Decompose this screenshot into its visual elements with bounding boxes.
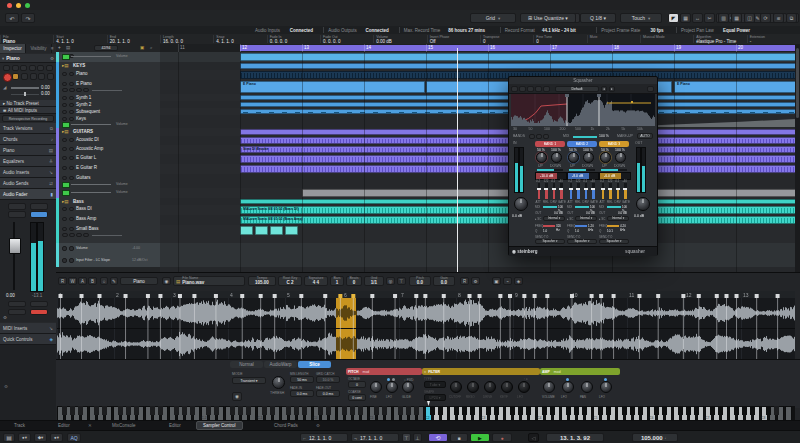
pre-gain-button[interactable] bbox=[8, 301, 26, 307]
mute-button[interactable] bbox=[62, 117, 67, 122]
record-button[interactable]: ● bbox=[492, 433, 512, 442]
tempo-display[interactable]: 105.000 ♩ bbox=[632, 433, 678, 442]
bottom-tab-mixconsole[interactable]: MixConsole bbox=[106, 421, 142, 430]
band-vslider[interactable] bbox=[624, 183, 627, 199]
preset-selector[interactable]: Default bbox=[555, 86, 599, 92]
track-row-e-piano[interactable]: E Piano bbox=[56, 80, 160, 95]
black-key[interactable] bbox=[342, 406, 347, 415]
file-name-field[interactable]: ▤File NamePiano.wav bbox=[173, 276, 245, 286]
black-key[interactable] bbox=[774, 406, 779, 415]
track-mini-button[interactable] bbox=[69, 88, 75, 92]
sidechain-input-dropdown[interactable]: Internal ▾ bbox=[607, 216, 629, 222]
solo-button[interactable] bbox=[30, 203, 48, 210]
mute-button[interactable] bbox=[62, 217, 67, 222]
bottom-tab-editor[interactable]: Editor bbox=[52, 421, 76, 430]
band-header[interactable]: BAND 1 bbox=[535, 141, 565, 147]
bottom-tab-editor[interactable]: Editor bbox=[163, 421, 187, 430]
info-column-value[interactable]: élastique Pro - Time bbox=[696, 39, 736, 44]
redo-button[interactable]: ↷ bbox=[21, 13, 35, 23]
add-track-button[interactable]: + bbox=[58, 45, 61, 50]
event-e-piano[interactable]: E Piano bbox=[240, 81, 425, 94]
pitch-mod-tag[interactable]: mod bbox=[363, 370, 370, 374]
band-vslider[interactable] bbox=[570, 183, 573, 199]
track-preset-row[interactable]: ▸ No Track Preset bbox=[0, 100, 56, 107]
black-key[interactable] bbox=[118, 406, 123, 415]
tabs-settings-icon[interactable]: ⚙ bbox=[316, 423, 320, 428]
store-preset-icon[interactable] bbox=[647, 86, 654, 92]
sampler-b-button[interactable]: B bbox=[88, 277, 97, 285]
black-key[interactable] bbox=[454, 406, 459, 415]
meter-button[interactable] bbox=[62, 54, 70, 60]
info-column-value[interactable]: 0.00 dB bbox=[376, 39, 392, 44]
black-key[interactable] bbox=[302, 406, 307, 415]
black-key[interactable] bbox=[550, 406, 555, 415]
amp-lfo-knob-1[interactable] bbox=[562, 381, 574, 393]
lane-read-button[interactable] bbox=[62, 246, 67, 251]
sample-waveform-display[interactable] bbox=[57, 291, 795, 359]
black-key[interactable] bbox=[662, 406, 667, 415]
settings-icon[interactable]: ⚙ bbox=[471, 277, 480, 285]
info-column-value[interactable]: 4. 1. 1. 0 bbox=[56, 39, 74, 44]
pitch-octave[interactable]: 0 bbox=[348, 381, 366, 388]
band-vslider[interactable] bbox=[553, 183, 556, 199]
white-key[interactable] bbox=[785, 406, 792, 421]
black-key[interactable] bbox=[126, 406, 131, 415]
band-vslider[interactable] bbox=[538, 183, 541, 199]
mute-button[interactable] bbox=[62, 156, 67, 161]
pre-roll-icon[interactable]: ◁ bbox=[528, 433, 539, 442]
track-row-keys[interactable]: KeysVolume bbox=[56, 115, 160, 129]
event-clip[interactable] bbox=[270, 226, 283, 235]
reset-quantize-icon[interactable]: ⟳ bbox=[760, 13, 771, 23]
info-column-value[interactable]: Piano bbox=[3, 39, 15, 44]
track-row-guitars[interactable]: GuitarsVolume bbox=[56, 174, 160, 189]
inspector-section-quick-controls[interactable]: Quick Controls◈ bbox=[0, 334, 56, 345]
black-key[interactable] bbox=[710, 406, 715, 415]
band-vslider[interactable] bbox=[602, 183, 605, 199]
folder-icon[interactable]: ▸▤ bbox=[62, 63, 69, 68]
black-key[interactable] bbox=[574, 406, 579, 415]
lane-read-button[interactable] bbox=[62, 258, 67, 263]
solo-button[interactable] bbox=[69, 166, 74, 171]
up-ratio-knob[interactable] bbox=[536, 152, 547, 163]
track-control-button[interactable] bbox=[21, 73, 28, 80]
band-freq-slider[interactable] bbox=[607, 225, 619, 227]
audition-icon[interactable]: ◉ bbox=[232, 392, 242, 401]
tab-inspector[interactable]: Inspector bbox=[0, 44, 26, 53]
volume-mini-slider[interactable] bbox=[71, 192, 111, 194]
filter-prev-icon[interactable]: ◦ ▸ bbox=[524, 377, 528, 381]
solo-button[interactable] bbox=[69, 156, 74, 161]
black-key[interactable] bbox=[374, 406, 379, 415]
band-select-button[interactable] bbox=[543, 134, 549, 139]
black-key[interactable] bbox=[766, 406, 771, 415]
folder-icon[interactable]: ▸▤ bbox=[62, 129, 69, 134]
sidechain-input-dropdown[interactable]: Internal ▾ bbox=[575, 216, 597, 222]
mix-slider[interactable] bbox=[573, 136, 597, 138]
black-key[interactable] bbox=[486, 406, 491, 415]
folder-icon[interactable]: ▸▤ bbox=[62, 199, 69, 204]
black-key[interactable] bbox=[462, 406, 467, 415]
black-key[interactable] bbox=[102, 406, 107, 415]
amp-pan-knob-2[interactable] bbox=[581, 381, 593, 393]
pan-thumb[interactable] bbox=[24, 92, 26, 96]
black-key[interactable] bbox=[238, 406, 243, 415]
inspector-section-equalizers[interactable]: Equalizers≛ bbox=[0, 156, 56, 167]
bottom-tab-sampler-control[interactable]: Sampler Control bbox=[196, 421, 243, 430]
volume-mini-slider[interactable] bbox=[71, 56, 111, 58]
inspector-section-audio-sends[interactable]: Audio Sends⇄ bbox=[0, 178, 56, 189]
lock-icon[interactable]: ▣ bbox=[140, 45, 144, 50]
sampler-a-button[interactable]: A bbox=[78, 277, 87, 285]
band-vslider[interactable] bbox=[617, 183, 620, 199]
info-column-value[interactable]: 0 bbox=[483, 39, 486, 44]
black-key[interactable] bbox=[294, 406, 299, 415]
black-key[interactable] bbox=[566, 406, 571, 415]
automation-mode-dropdown[interactable]: Touch▾ bbox=[620, 13, 662, 23]
play-button[interactable]: ▶ bbox=[470, 433, 490, 442]
info-column-value[interactable]: 0 bbox=[536, 39, 539, 44]
field-min-length[interactable]: 50 ms bbox=[290, 376, 314, 383]
monitor-icon[interactable]: ◉ bbox=[162, 277, 171, 285]
up-ratio-knob[interactable] bbox=[600, 152, 611, 163]
record-button[interactable] bbox=[8, 309, 26, 315]
previous-preset-button[interactable]: ◂ bbox=[601, 86, 607, 92]
down-ratio-knob[interactable] bbox=[583, 152, 594, 163]
filter-shape[interactable]: LP24 ▾ bbox=[424, 394, 446, 401]
